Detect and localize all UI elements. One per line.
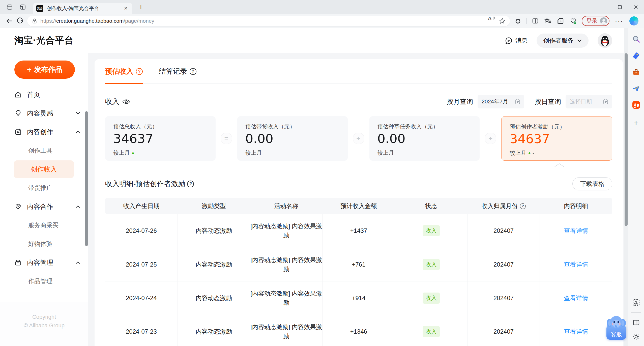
sidebar-item-product-trial[interactable]: 好物体验: [0, 235, 88, 253]
help-icon[interactable]: ?: [520, 203, 526, 209]
sidebar-item-content-creation[interactable]: 内容创作: [0, 123, 88, 141]
sidebar: +发布作品 首页 内容灵感 内容创作 创作工具 创作收入 带货推广 内容合作 服…: [0, 53, 88, 346]
main-content-card: 预估收入 ? 结算记录 ? 收入 按月查询 2024年7月 按日查询: [95, 59, 623, 346]
sidebar-item-content-cooperation[interactable]: 内容合作: [0, 197, 88, 216]
detail-section-title: 收入明细-预估创作者激励 ?: [105, 179, 194, 189]
table-row: 2024-07-25 内容动态激励 [内容动态激励] 内容效果激励 +761 收…: [105, 248, 612, 281]
profile-icon: [600, 17, 607, 25]
browser-essentials-icon[interactable]: [568, 15, 579, 26]
help-icon[interactable]: ?: [190, 68, 196, 75]
page: 淘宝·光合平台 消息 创作者服务 +发布作品 首页 内容灵感: [0, 28, 644, 346]
sidebar-item-works-management[interactable]: 作品管理: [0, 272, 88, 291]
paper-plane-icon[interactable]: [632, 84, 640, 93]
publish-work-button[interactable]: +发布作品: [14, 61, 75, 79]
inbox-icon: [14, 259, 22, 266]
window-close-button[interactable]: [628, 0, 644, 14]
page-scrollbar: [624, 28, 628, 346]
customer-service-button[interactable]: 客服: [606, 314, 626, 340]
address-bar[interactable]: https://creator.guanghe.taobao.com/page/…: [27, 16, 510, 26]
card-task-income: 预估种草任务收入（元） 0.00 较上月-: [369, 116, 480, 161]
download-table-button[interactable]: 下载表格: [572, 177, 612, 190]
status-badge: 收入: [423, 225, 440, 236]
read-aloud-icon[interactable]: A: [486, 15, 497, 26]
login-button[interactable]: 登录: [582, 16, 609, 26]
chevron-up-icon: [554, 163, 564, 167]
shopping-tag-icon[interactable]: [632, 51, 640, 60]
sidebar-item-home[interactable]: 首页: [0, 85, 88, 104]
edge-sidebar: +: [628, 28, 644, 346]
user-avatar[interactable]: [598, 33, 612, 48]
status-badge: 收入: [423, 259, 440, 270]
date-query-controls: 按月查询 2024年7月 按日查询 选择日期: [447, 95, 612, 108]
browser-toolbar: https://creator.guanghe.taobao.com/page/…: [0, 14, 644, 28]
tab-estimated-income[interactable]: 预估收入 ?: [105, 59, 143, 84]
favorites-list-icon[interactable]: [542, 15, 553, 26]
creator-services-dropdown[interactable]: 创作者服务: [537, 34, 589, 48]
day-picker[interactable]: 选择日期: [566, 95, 612, 108]
sidebar-scrollbar[interactable]: [85, 111, 88, 246]
view-details-link[interactable]: 查看详情: [564, 328, 588, 335]
lightbulb-icon: [14, 109, 22, 117]
window-maximize-button[interactable]: [612, 0, 628, 14]
back-button[interactable]: [4, 15, 15, 26]
site-logo[interactable]: 淘宝·光合平台: [14, 34, 74, 47]
card-creator-incentive[interactable]: 预估创作者激励（元） 34637 较上月▲-: [501, 116, 612, 161]
eye-icon[interactable]: [122, 99, 130, 105]
help-icon[interactable]: ?: [136, 68, 143, 75]
card-caret: [105, 161, 612, 167]
add-sidebar-app-icon[interactable]: +: [634, 118, 639, 128]
window-minimize-button[interactable]: [596, 0, 612, 14]
plus-operator: +: [353, 133, 364, 144]
toolbox-icon[interactable]: [632, 68, 640, 76]
sidebar-item-service-purchase[interactable]: 服务商采买: [0, 216, 88, 235]
calendar-icon: [515, 99, 521, 105]
collections-icon[interactable]: [555, 15, 566, 26]
favorite-star-icon[interactable]: [497, 15, 508, 26]
month-picker[interactable]: 2024年7月: [478, 95, 524, 108]
new-tab-button[interactable]: +: [137, 3, 145, 11]
sidebar-item-creation-income[interactable]: 创作收入: [14, 160, 74, 178]
copilot-icon[interactable]: [629, 16, 638, 25]
tab-close-icon[interactable]: ×: [123, 5, 129, 12]
table-row: 2024-07-26 内容动态激励 [内容动态激励] 内容效果激励 +1437 …: [105, 214, 612, 248]
settings-gear-icon[interactable]: [632, 332, 640, 341]
browser-tab[interactable]: 光合 创作收入-淘宝光合平台 ×: [33, 3, 132, 14]
extensions-icon[interactable]: [512, 15, 523, 26]
chevron-down-icon: [76, 112, 80, 115]
calendar-icon: [603, 99, 609, 105]
split-screen-icon[interactable]: [530, 15, 541, 26]
card-goods-income: 预估带货收入（元） 0.00 较上月-: [237, 116, 348, 161]
sidebar-item-inspiration[interactable]: 内容灵感: [0, 104, 88, 123]
site-favicon-icon: 光合: [36, 5, 43, 12]
elephant-mascot-icon: [606, 314, 626, 329]
chevron-up-icon: [76, 261, 80, 264]
tab-actions-icon[interactable]: [19, 3, 27, 11]
workspaces-icon[interactable]: [6, 3, 14, 11]
kuaishou-icon[interactable]: [632, 101, 640, 109]
trend-up-icon: ▲: [131, 150, 135, 155]
sidebar-item-content-management[interactable]: 内容管理: [0, 253, 88, 272]
edit-note-icon: [14, 128, 22, 136]
refresh-button[interactable]: [15, 15, 26, 26]
help-icon[interactable]: ?: [187, 181, 194, 187]
page-scrollbar-thumb[interactable]: [625, 53, 628, 226]
settings-menu-icon[interactable]: ···: [612, 17, 626, 24]
heart-hands-icon: [14, 203, 22, 210]
view-details-link[interactable]: 查看详情: [564, 227, 588, 234]
rail-divider: [631, 312, 641, 313]
toolbar-divider: [526, 18, 527, 24]
equals-operator: =: [221, 133, 232, 144]
screenshot-icon[interactable]: [632, 298, 640, 307]
sidebar-item-creation-tools[interactable]: 创作工具: [0, 141, 88, 160]
sidebar-toggle-icon[interactable]: [632, 318, 640, 327]
income-detail-table: 收入产生日期 激励类型 活动名称 预计收入金额 状态 收入归属月份? 内容明细 …: [105, 198, 612, 346]
view-details-link[interactable]: 查看详情: [564, 261, 588, 268]
tab-settlement-records[interactable]: 结算记录 ?: [159, 59, 196, 84]
messages-button[interactable]: 消息: [505, 37, 528, 45]
search-icon[interactable]: [632, 35, 640, 44]
view-details-link[interactable]: 查看详情: [564, 295, 588, 301]
browser-tabstrip: 光合 创作收入-淘宝光合平台 × +: [0, 0, 644, 14]
chevron-up-icon: [76, 130, 80, 133]
chevron-up-icon: [76, 205, 80, 208]
sidebar-item-affiliate-promo[interactable]: 带货推广: [0, 179, 88, 197]
